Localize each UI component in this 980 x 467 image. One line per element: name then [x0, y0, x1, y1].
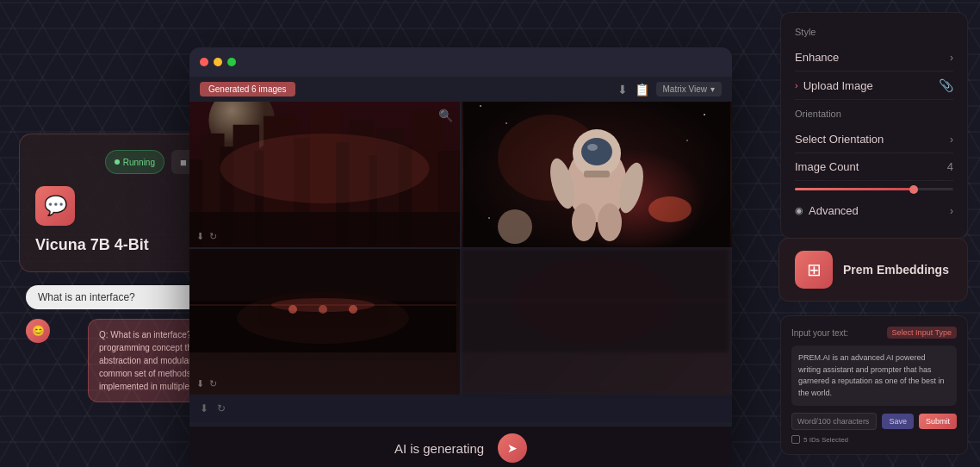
text-card-footer: Word/100 characters Save Submit: [791, 413, 957, 430]
vicuna-icon: 💬: [35, 186, 75, 226]
text-card-body: PREM.AI is an advanced AI powered writin…: [791, 346, 957, 406]
image-count-row[interactable]: Image Count 4: [795, 153, 953, 181]
save-button[interactable]: Save: [882, 414, 914, 429]
select-orientation-label: Select Orientation: [795, 133, 884, 146]
prem-embeddings-card: ⊞ Prem Embeddings: [778, 238, 968, 302]
status-pill: Running: [105, 150, 164, 174]
refresh-small-icon[interactable]: ↻: [209, 231, 217, 242]
text-card-header: Input your text: Select Input Type: [791, 327, 957, 339]
svg-point-23: [506, 122, 507, 124]
bottom-bar: ⬇ ↻: [189, 395, 732, 422]
eye-icon: ◉: [795, 205, 803, 216]
traffic-dot-red: [200, 58, 208, 66]
svg-point-34: [598, 203, 622, 241]
bottom-icon-2[interactable]: ↻: [217, 402, 226, 414]
traffic-dot-yellow: [214, 58, 222, 66]
download-icon[interactable]: ⬇: [617, 83, 628, 97]
svg-rect-17: [189, 212, 460, 247]
main-window: Generated 6 images ⬇ 📋 Matrix View ▾: [189, 47, 732, 467]
dark1-svg: [189, 249, 456, 352]
bottom-icon-1[interactable]: ⬇: [200, 402, 208, 414]
slider-fill: [795, 188, 914, 190]
dark2-svg: [462, 249, 729, 352]
upload-file-icon[interactable]: 📎: [939, 78, 953, 92]
generate-button[interactable]: Submit: [919, 414, 957, 429]
enhance-row[interactable]: Enhance ›: [795, 44, 953, 72]
generating-text: AI is generating: [394, 441, 484, 456]
astronaut-svg: [463, 102, 730, 247]
svg-rect-35: [584, 171, 610, 177]
gen-badge: Generated 6 images: [200, 82, 295, 97]
svg-point-18: [220, 134, 429, 203]
text-card-title: Input your text:: [791, 328, 848, 338]
slider-thumb: [909, 185, 918, 194]
dl2-icon[interactable]: ⬇: [196, 378, 204, 389]
svg-point-29: [581, 138, 612, 165]
orientation-chevron-icon: ›: [950, 134, 953, 146]
upload-image-left: › Upload Image: [795, 79, 873, 92]
text-card-input[interactable]: Word/100 characters: [791, 413, 877, 430]
view-mode-label: Matrix View: [663, 84, 708, 94]
image-count-value: 4: [947, 160, 953, 173]
svg-point-25: [686, 140, 688, 141]
select-orientation-row[interactable]: Select Orientation ›: [795, 126, 953, 153]
checkbox[interactable]: [791, 435, 800, 444]
image-dark1: ⬇ ↻: [189, 249, 460, 395]
image-city: 🔍 ⬇ ↻: [189, 102, 460, 247]
svg-point-36: [648, 196, 692, 222]
svg-point-37: [498, 209, 532, 244]
svg-point-30: [587, 144, 598, 151]
city-svg: [189, 102, 460, 247]
svg-point-22: [480, 105, 481, 107]
orientation-label: Orientation: [795, 109, 953, 119]
image-astronaut: [462, 102, 732, 247]
chat-bot-avatar: 😊: [26, 319, 50, 343]
copy-icon[interactable]: 📋: [635, 83, 649, 97]
zoom-icon[interactable]: 🔍: [438, 109, 453, 122]
status-label: Running: [123, 158, 155, 167]
advanced-left: ◉ Advanced: [795, 204, 859, 217]
vicuna-icon-symbol: 💬: [44, 195, 67, 217]
image-bottom-icons: ⬇ ↻: [196, 231, 217, 242]
traffic-dot-green: [227, 58, 236, 66]
window-titlebar: [189, 47, 732, 77]
enhance-chevron-icon: ›: [950, 52, 953, 64]
enhance-label: Enhance: [795, 51, 839, 64]
upload-image-label: Upload Image: [803, 79, 873, 92]
dark1-bottom-icons: ⬇ ↻: [196, 378, 217, 389]
refresh2-icon[interactable]: ↻: [209, 378, 217, 389]
style-label: Style: [795, 27, 953, 37]
svg-point-45: [319, 305, 327, 314]
view-chevron-icon: ▾: [710, 84, 715, 94]
right-panel: Style Enhance › › Upload Image 📎 Orienta…: [780, 12, 968, 239]
status-dot: [115, 159, 120, 165]
image-count-label: Image Count: [795, 160, 859, 173]
prem-icon: ⊞: [795, 251, 833, 289]
upload-chevron-icon: ›: [795, 80, 798, 90]
window-toolbar: Generated 6 images ⬇ 📋 Matrix View ▾: [189, 77, 732, 102]
view-mode-button[interactable]: Matrix View ▾: [656, 82, 723, 97]
svg-point-26: [488, 217, 490, 219]
download-small-icon[interactable]: ⬇: [196, 231, 204, 242]
image-grid: 🔍 ⬇ ↻: [189, 102, 732, 395]
advanced-row[interactable]: ◉ Advanced ›: [795, 197, 953, 224]
svg-point-33: [572, 203, 596, 241]
text-input-card: Input your text: Select Input Type PREM.…: [780, 315, 968, 455]
image-dark2: [462, 249, 732, 395]
advanced-label: Advanced: [809, 204, 859, 217]
text-card-bottom: 5 IDs Selected: [791, 435, 957, 444]
prem-label: Prem Embeddings: [843, 263, 949, 277]
upload-image-row[interactable]: › Upload Image 📎: [795, 72, 953, 100]
advanced-chevron-icon: ›: [950, 205, 953, 217]
svg-point-44: [288, 305, 297, 314]
send-button[interactable]: ➤: [498, 433, 527, 463]
text-card-badge: Select Input Type: [887, 327, 957, 339]
prem-icon-symbol: ⊞: [807, 259, 822, 280]
checkbox-label: 5 IDs Selected: [803, 436, 848, 444]
svg-point-46: [349, 305, 357, 314]
svg-point-24: [704, 114, 705, 115]
image-count-slider[interactable]: [795, 188, 953, 190]
generating-bar: AI is generating ➤: [189, 427, 732, 467]
